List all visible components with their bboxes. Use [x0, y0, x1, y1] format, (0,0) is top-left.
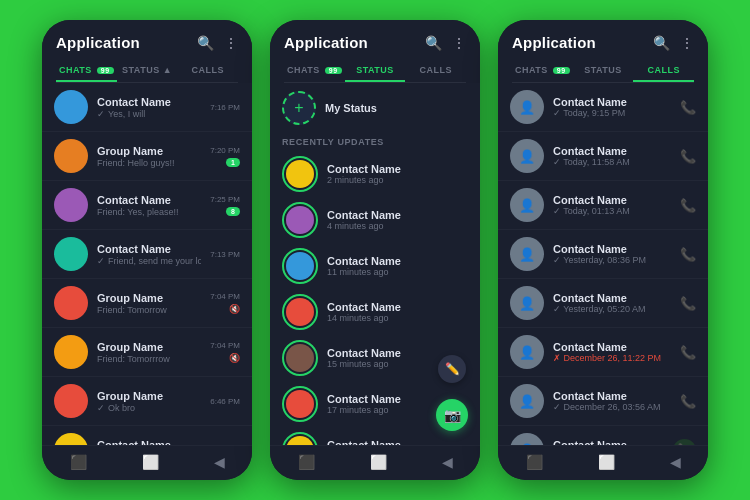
tabs-2: CHATS 99 STATUS CALLS [284, 59, 466, 83]
status-avatar [286, 252, 314, 280]
phone3-header: Application 🔍 ⋮ CHATS 99 STATUS CALLS [498, 20, 708, 83]
avatar [54, 237, 88, 271]
status-item[interactable]: Contact Name 11 minutes ago [270, 243, 480, 289]
chat-item[interactable]: Group Name Friend: Hello guys!! 7:20 PM … [42, 132, 252, 181]
menu-footer-icon-2[interactable]: ⬛ [298, 454, 315, 470]
call-item[interactable]: 👤 Contact Name ✓ Yesterday, 08:36 PM 📞 [498, 230, 708, 279]
call-avatar: 👤 [510, 90, 544, 124]
call-item[interactable]: 👤 Contact Name ✓ Yesterday, 05:20 AM 📞 [498, 279, 708, 328]
avatar [54, 286, 88, 320]
call-phone-icon[interactable]: 📞 [680, 247, 696, 262]
home-footer-icon[interactable]: ⬜ [142, 454, 159, 470]
chat-item[interactable]: Group Name Friend: Tomorrow 7:04 PM 🔇 [42, 279, 252, 328]
call-phone-icon[interactable]: 📞 [680, 198, 696, 213]
call-avatar: 👤 [510, 286, 544, 320]
camera-fab-button[interactable]: 📷 [436, 399, 468, 431]
mute-icon: 🔇 [229, 353, 240, 363]
status-item[interactable]: Contact Name 4 minutes ago [270, 197, 480, 243]
phone1-body: Contact Name ✓ Yes, I will 7:16 PM Group… [42, 83, 252, 445]
call-item[interactable]: 👤 Contact Name ✗ December 26, 11:22 PM 📞 [498, 328, 708, 377]
chat-item[interactable]: Contact Name ✓ Call me back! 6:33 PM [42, 426, 252, 445]
tab-status-3[interactable]: STATUS [573, 59, 634, 82]
call-phone-icon[interactable]: 📞 [680, 296, 696, 311]
menu-footer-icon-3[interactable]: ⬛ [526, 454, 543, 470]
chat-item[interactable]: Contact Name ✓ Friend, send me your loca… [42, 230, 252, 279]
tab-calls-1[interactable]: CALLS [177, 59, 238, 82]
status-ring [282, 156, 318, 192]
back-footer-icon-2[interactable]: ◀ [442, 454, 453, 470]
phone-status: Application 🔍 ⋮ CHATS 99 STATUS CALLS + [270, 20, 480, 480]
status-ring [282, 294, 318, 330]
call-phone-icon[interactable]: 📞 [680, 100, 696, 115]
avatar [54, 335, 88, 369]
chat-meta: 7:16 PM [210, 103, 240, 112]
tabs-1: CHATS 99 STATUS ▲ CALLS [56, 59, 238, 83]
tab-status-2[interactable]: STATUS [345, 59, 406, 82]
home-footer-icon-2[interactable]: ⬜ [370, 454, 387, 470]
status-section: + My Status [270, 83, 480, 137]
chat-info: Contact Name ✓ Yes, I will [97, 96, 201, 119]
chat-item[interactable]: Group Name ✓ Ok bro 6:46 PM [42, 377, 252, 426]
status-avatar [286, 206, 314, 234]
fab-area: ✏️ 📷 [436, 355, 468, 431]
chat-item[interactable]: Contact Name Friend: Yes, please!! 7:25 … [42, 181, 252, 230]
status-avatar [286, 436, 314, 445]
phone3-footer: ⬛ ⬜ ◀ [498, 445, 708, 480]
more-icon-3[interactable]: ⋮ [680, 35, 694, 51]
status-item[interactable]: Contact Name 2 minutes ago [270, 151, 480, 197]
chats-badge-2: 99 [325, 67, 342, 74]
avatar [54, 433, 88, 445]
missed-call-phone-icon[interactable]: 📞 [680, 345, 696, 360]
search-icon-1[interactable]: 🔍 [197, 35, 214, 51]
app-title-2: Application [284, 34, 368, 51]
chats-badge-3: 99 [553, 67, 570, 74]
menu-footer-icon[interactable]: ⬛ [70, 454, 87, 470]
call-item[interactable]: 👤 Contact Name ✓ December 26, 03:56 AM 📞 [498, 377, 708, 426]
status-ring [282, 340, 318, 376]
phone1-footer: ⬛ ⬜ ◀ [42, 445, 252, 480]
unread-badge: 8 [226, 207, 240, 216]
phone-calls: Application 🔍 ⋮ CHATS 99 STATUS CALLS 👤 [498, 20, 708, 480]
status-item[interactable]: Contact Name 14 minutes ago [270, 289, 480, 335]
back-footer-icon[interactable]: ◀ [214, 454, 225, 470]
search-icon-2[interactable]: 🔍 [425, 35, 442, 51]
chats-badge-1: 99 [97, 67, 114, 74]
chat-item[interactable]: Group Name Friend: Tomorrrow 7:04 PM 🔇 [42, 328, 252, 377]
status-ring [282, 432, 318, 445]
tabs-3: CHATS 99 STATUS CALLS [512, 59, 694, 83]
call-avatar: 👤 [510, 335, 544, 369]
call-item[interactable]: 👤 Contact Name ✓ Today, 9:15 PM 📞 [498, 83, 708, 132]
my-status-label: My Status [325, 102, 377, 114]
my-status: + My Status [282, 91, 468, 125]
mute-icon: 🔇 [229, 304, 240, 314]
avatar [54, 384, 88, 418]
home-footer-icon-3[interactable]: ⬜ [598, 454, 615, 470]
chat-item[interactable]: Contact Name ✓ Yes, I will 7:16 PM [42, 83, 252, 132]
avatar [54, 188, 88, 222]
tab-chats-3[interactable]: CHATS 99 [512, 59, 573, 82]
pencil-fab-button[interactable]: ✏️ [438, 355, 466, 383]
search-icon-3[interactable]: 🔍 [653, 35, 670, 51]
call-avatar: 👤 [510, 433, 544, 445]
phone1-header: Application 🔍 ⋮ CHATS 99 STATUS ▲ CALLS [42, 20, 252, 83]
more-icon-1[interactable]: ⋮ [224, 35, 238, 51]
back-footer-icon-3[interactable]: ◀ [670, 454, 681, 470]
tab-calls-2[interactable]: CALLS [405, 59, 466, 82]
call-phone-icon[interactable]: 📞 [680, 149, 696, 164]
call-item[interactable]: 👤 Contact Name ✓ Today, 11:58 AM 📞 [498, 132, 708, 181]
call-item[interactable]: 👤 Contact Name ✓ Today, 01:13 AM 📞 [498, 181, 708, 230]
call-phone-icon[interactable]: 📞 [673, 439, 696, 445]
tab-calls-3[interactable]: CALLS [633, 59, 694, 82]
add-status-button[interactable]: + [282, 91, 316, 125]
more-icon-2[interactable]: ⋮ [452, 35, 466, 51]
status-avatar [286, 344, 314, 372]
calls-list: 👤 Contact Name ✓ Today, 9:15 PM 📞 👤 Cont… [498, 83, 708, 445]
status-avatar [286, 390, 314, 418]
status-ring [282, 248, 318, 284]
tab-status-1[interactable]: STATUS ▲ [117, 59, 178, 82]
call-phone-icon[interactable]: 📞 [680, 394, 696, 409]
tab-chats-1[interactable]: CHATS 99 [56, 59, 117, 82]
phone2-body: + My Status Recently updates Contact Nam… [270, 83, 480, 445]
call-item[interactable]: 👤 Contact Name ✓ December 23, 11:34 PM 📞 [498, 426, 708, 445]
tab-chats-2[interactable]: CHATS 99 [284, 59, 345, 82]
